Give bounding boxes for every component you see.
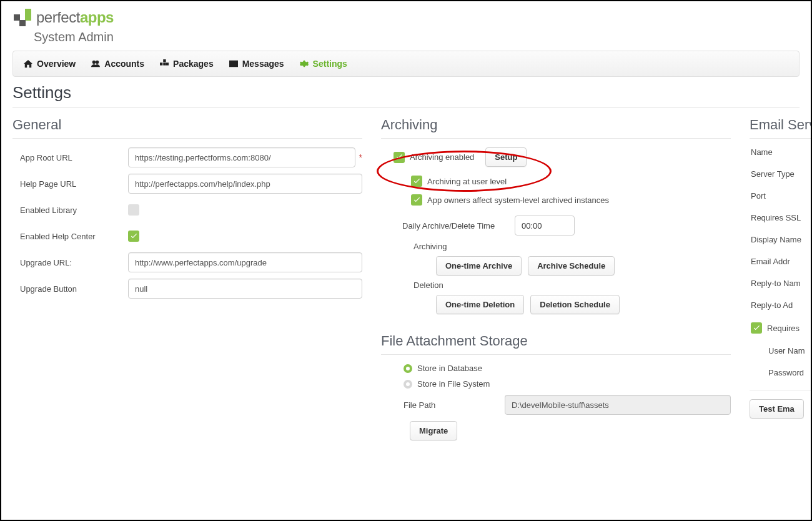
envelope-icon <box>229 59 239 68</box>
upgrade-url-label: Upgrade URL: <box>12 258 128 267</box>
archiving-section: Archiving Archiving enabled Setup Archiv… <box>381 113 731 440</box>
email-display-name-label: Display Name <box>750 235 812 244</box>
migrate-row: Migrate <box>381 421 731 440</box>
svg-rect-5 <box>166 62 169 65</box>
email-reply-to-addr-label: Reply-to Ad <box>750 300 812 310</box>
general-section: General App Root URL * Help Page URL Ena… <box>12 113 362 440</box>
nav-accounts-label: Accounts <box>104 59 144 69</box>
daily-time-input[interactable] <box>515 216 575 236</box>
enabled-library-label: Enabled Library <box>12 206 128 215</box>
email-title: Email Serv <box>750 113 812 139</box>
nav-overview-label: Overview <box>37 59 76 69</box>
email-addr-label: Email Addr <box>750 257 812 266</box>
store-db-label: Store in Database <box>417 364 482 373</box>
email-server-type-label: Server Type <box>750 169 812 179</box>
header: perfectapps <box>1 1 811 31</box>
upgrade-button-label: Upgrade Button <box>12 284 128 294</box>
upgrade-url-row: Upgrade URL: <box>12 252 362 272</box>
app-root-url-input[interactable] <box>128 147 355 167</box>
setup-button[interactable]: Setup <box>485 147 527 167</box>
nav-settings[interactable]: Settings <box>293 57 354 70</box>
archiving-enabled-checkbox[interactable] <box>394 152 405 163</box>
store-fs-radio[interactable] <box>404 380 412 389</box>
users-icon <box>91 59 101 68</box>
one-time-archive-button[interactable]: One-time Archive <box>436 256 522 275</box>
nav-packages-label: Packages <box>173 59 214 69</box>
brand-logo: perfectapps <box>14 9 114 26</box>
archiving-title: Archiving <box>381 113 731 139</box>
enabled-help-center-label: Enabled Help Center <box>12 232 128 241</box>
home-icon <box>23 59 33 68</box>
packages-icon <box>159 59 169 68</box>
archiving-btn-row: One-time Archive Archive Schedule <box>436 256 731 275</box>
archive-schedule-button[interactable]: Archive Schedule <box>528 256 615 275</box>
migrate-button[interactable]: Migrate <box>410 421 457 440</box>
deletion-btn-row: One-time Deletion Deletion Schedule <box>436 295 731 314</box>
required-icon: * <box>359 152 362 162</box>
svg-rect-2 <box>160 62 162 65</box>
test-email-button[interactable]: Test Ema <box>750 399 804 419</box>
deletion-schedule-button[interactable]: Deletion Schedule <box>530 295 620 314</box>
nav-settings-label: Settings <box>313 59 347 69</box>
general-title: General <box>12 113 362 139</box>
enabled-library-row: Enabled Library <box>12 200 362 220</box>
email-requires-label: Requires <box>767 324 800 333</box>
app-root-url-label: App Root URL <box>12 153 128 162</box>
archiving-enabled-row: Archiving enabled Setup <box>381 147 731 167</box>
file-storage-title: File Attachment Storage <box>381 329 731 355</box>
archiving-sub-heading: Archiving <box>413 242 731 251</box>
archiving-user-level-label: Archiving at user level <box>427 177 507 186</box>
email-name-label: Name <box>750 147 812 157</box>
nav-messages-label: Messages <box>242 59 284 69</box>
logo-icon <box>14 9 31 26</box>
file-path-row: File Path <box>381 395 731 415</box>
brand-text: perfectapps <box>36 9 114 26</box>
enabled-library-checkbox[interactable] <box>128 204 139 216</box>
email-port-label: Port <box>750 191 812 201</box>
page-title: Settings <box>12 83 800 108</box>
brand-perfect: perfect <box>36 9 80 26</box>
enabled-help-center-row: Enabled Help Center <box>12 226 362 246</box>
email-requires-row: Requires <box>750 322 812 334</box>
upgrade-button-input[interactable] <box>128 279 362 299</box>
help-page-url-input[interactable] <box>128 174 362 194</box>
nav-overview[interactable]: Overview <box>17 57 82 70</box>
email-reply-to-name-label: Reply-to Nam <box>750 279 812 288</box>
svg-point-1 <box>96 61 99 64</box>
store-db-radio[interactable] <box>404 364 412 373</box>
archiving-enabled-label: Archiving enabled <box>410 152 474 162</box>
archiving-user-level-checkbox[interactable] <box>411 176 422 187</box>
archiving-user-level-row: Archiving at user level <box>381 176 731 187</box>
daily-time-row: Daily Archive/Delete Time <box>381 216 731 236</box>
one-time-deletion-button[interactable]: One-time Deletion <box>436 295 524 314</box>
upgrade-url-input[interactable] <box>128 252 362 272</box>
nav-messages[interactable]: Messages <box>222 57 290 70</box>
owners-affect-label: App owners affect system-level archived … <box>427 196 609 205</box>
email-requires-ssl-label: Requires SSL <box>750 213 812 222</box>
enabled-help-center-checkbox[interactable] <box>128 231 139 242</box>
gear-icon <box>299 59 309 68</box>
deletion-sub-heading: Deletion <box>413 280 731 290</box>
store-fs-row[interactable]: Store in File System <box>381 379 731 389</box>
store-fs-label: Store in File System <box>417 379 490 389</box>
nav-accounts[interactable]: Accounts <box>84 57 151 70</box>
brand-apps: apps <box>80 9 114 26</box>
main-nav: Overview Accounts Packages Messages Sett… <box>12 51 800 77</box>
email-username-label: User Nam <box>750 346 812 355</box>
owners-affect-checkbox[interactable] <box>411 194 422 206</box>
app-root-url-row: App Root URL * <box>12 147 362 167</box>
brand-subtitle: System Admin <box>34 30 811 48</box>
email-section: Email Serv Name Server Type Port Require… <box>750 113 812 440</box>
store-db-row[interactable]: Store in Database <box>381 364 731 373</box>
email-requires-checkbox[interactable] <box>751 322 762 334</box>
help-page-url-row: Help Page URL <box>12 174 362 194</box>
svg-rect-4 <box>163 62 166 65</box>
email-password-label: Password <box>750 368 812 377</box>
svg-rect-3 <box>163 59 166 62</box>
nav-packages[interactable]: Packages <box>153 57 220 70</box>
daily-time-label: Daily Archive/Delete Time <box>402 221 502 231</box>
email-actions: Test Ema <box>750 390 812 419</box>
svg-point-0 <box>92 61 96 64</box>
file-path-input <box>505 395 731 415</box>
help-page-url-label: Help Page URL <box>12 179 128 189</box>
